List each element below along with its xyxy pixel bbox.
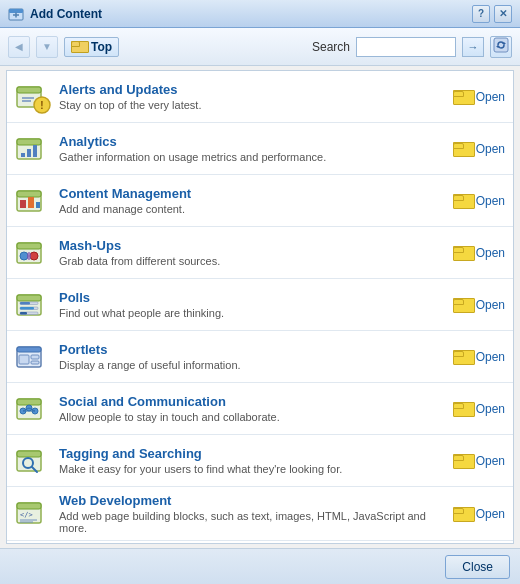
svg-rect-37 [17,347,41,352]
svg-text:</>: </> [20,511,33,519]
open-folder-icon [453,401,473,417]
polls-info: Polls Find out what people are thinking. [59,285,445,324]
list-item: Social and Communication Allow people to… [7,383,513,435]
portlets-name: Portlets [59,342,445,357]
content-open-button[interactable]: Open [476,194,505,208]
list-item: Content Management Add and manage conten… [7,175,513,227]
dialog-title: Add Content [30,7,102,21]
list-item: Tagging and Searching Make it easy for y… [7,435,513,487]
polls-name: Polls [59,290,445,305]
add-content-icon [8,6,24,22]
list-item: Analytics Gather information on usage me… [7,123,513,175]
alerts-info: Alerts and Updates Stay on top of the ve… [59,77,445,116]
social-info: Social and Communication Allow people to… [59,389,445,428]
open-folder-icon [453,245,473,261]
svg-rect-19 [17,191,41,197]
svg-rect-16 [27,149,31,157]
mashups-icon [15,235,51,271]
tagging-icon [15,443,51,479]
folder-icon [71,41,87,53]
polls-open-container: Open [453,285,505,324]
mashups-info: Mash-Ups Grab data from different source… [59,233,445,272]
svg-rect-31 [20,302,30,305]
svg-rect-8 [17,87,41,93]
content-open-container: Open [453,181,505,220]
webdev-desc: Add web page building blocks, such as te… [59,510,445,534]
alerts-open-container: Open [453,77,505,116]
list-item: Portlets Display a range of useful infor… [7,331,513,383]
search-label: Search [312,40,350,54]
svg-rect-22 [36,202,40,208]
svg-rect-40 [31,361,39,364]
svg-rect-14 [17,139,41,145]
svg-rect-21 [28,197,34,208]
tagging-desc: Make it easy for your users to find what… [59,463,445,475]
mashups-name: Mash-Ups [59,238,445,253]
webdev-name: Web Development [59,493,445,508]
dropdown-button[interactable]: ▼ [36,36,58,58]
list-item: Polls Find out what people are thinking.… [7,279,513,331]
svg-rect-54 [17,503,41,509]
svg-text:!: ! [40,100,43,111]
search-go-button[interactable]: → [462,37,484,57]
svg-rect-1 [9,9,23,13]
webdev-icon: </> [15,495,51,531]
portlets-open-container: Open [453,337,505,376]
webdev-info: Web Development Add web page building bl… [59,493,445,534]
analytics-open-container: Open [453,129,505,168]
refresh-button[interactable] [490,36,512,58]
open-folder-icon [453,349,473,365]
back-button[interactable]: ◀ [8,36,30,58]
breadcrumb[interactable]: Top [64,37,119,57]
svg-rect-20 [20,200,26,208]
alerts-icon: ! [15,79,51,115]
list-item: ! Alerts and Updates Stay on top of the … [7,71,513,123]
tagging-open-button[interactable]: Open [476,454,505,468]
svg-rect-50 [17,451,41,457]
social-open-container: Open [453,389,505,428]
webdev-open-container: Open [453,493,505,534]
polls-desc: Find out what people are thinking. [59,307,445,319]
back-icon: ◀ [15,41,23,52]
help-button[interactable]: ? [472,5,490,23]
svg-rect-39 [31,355,39,359]
svg-rect-35 [20,312,27,315]
portlets-open-button[interactable]: Open [476,350,505,364]
analytics-open-button[interactable]: Open [476,142,505,156]
go-arrow-icon: → [468,41,479,53]
svg-point-26 [30,252,38,260]
dropdown-icon: ▼ [42,41,52,52]
open-folder-icon [453,297,473,313]
analytics-info: Analytics Gather information on usage me… [59,129,445,168]
mashups-open-button[interactable]: Open [476,246,505,260]
list-item: </> Web Development Add web page buildin… [7,487,513,541]
svg-rect-42 [17,399,41,405]
svg-rect-15 [21,153,25,157]
breadcrumb-label: Top [91,40,112,54]
footer: Close [0,548,520,584]
polls-open-button[interactable]: Open [476,298,505,312]
svg-rect-38 [19,355,29,364]
tagging-open-container: Open [453,441,505,480]
analytics-name: Analytics [59,134,445,149]
title-bar-buttons: ? ✕ [472,5,512,23]
search-input[interactable] [356,37,456,57]
svg-point-27 [27,252,31,260]
close-button[interactable]: Close [445,555,510,579]
webdev-open-button[interactable]: Open [476,507,505,521]
social-name: Social and Communication [59,394,445,409]
close-title-button[interactable]: ✕ [494,5,512,23]
list-item: Mash-Ups Grab data from different source… [7,227,513,279]
social-open-button[interactable]: Open [476,402,505,416]
analytics-icon [15,131,51,167]
open-folder-icon [453,89,473,105]
polls-icon [15,287,51,323]
alerts-open-button[interactable]: Open [476,90,505,104]
open-folder-icon [453,193,473,209]
title-bar-left: Add Content [8,6,102,22]
svg-rect-17 [33,145,37,157]
open-folder-icon [453,141,473,157]
alerts-name: Alerts and Updates [59,82,445,97]
open-folder-icon [453,506,473,522]
content-name: Content Management [59,186,445,201]
